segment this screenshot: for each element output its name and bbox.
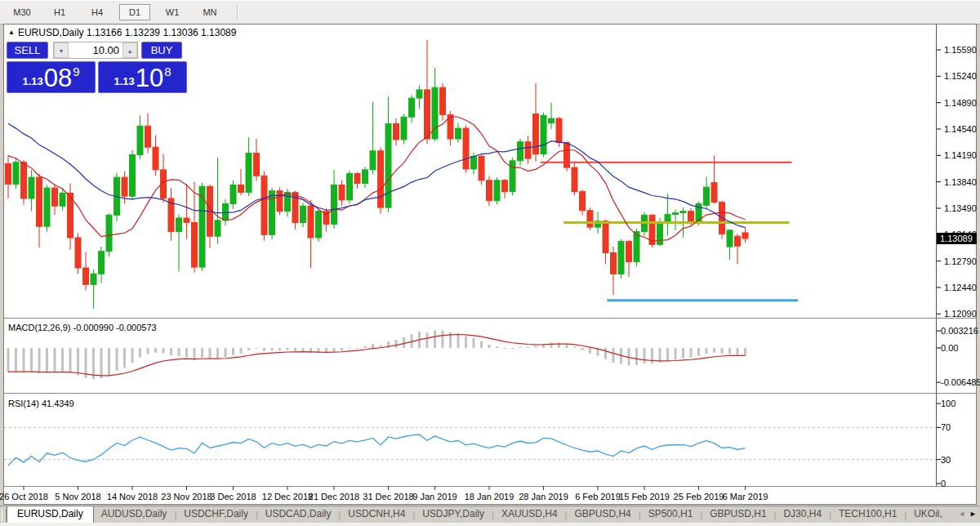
buy-price-display[interactable]: 1.13108 (98, 61, 187, 93)
candle (199, 186, 205, 267)
volume-input[interactable]: 10.00 (69, 42, 122, 58)
candle (363, 170, 368, 184)
candle (394, 124, 399, 140)
candle (603, 221, 608, 253)
buy-button[interactable]: BUY (141, 42, 182, 59)
buy-price-sup: 8 (164, 65, 171, 92)
candle (21, 163, 27, 198)
symbol-tabbar: EURUSD,DailyAUDUSD,Daily|USDCHF,Daily|US… (0, 506, 980, 526)
tab-xauusd-h4[interactable]: XAUUSD,H4 (494, 506, 565, 522)
candle (44, 188, 50, 226)
sell-button[interactable]: SELL (7, 42, 48, 59)
price-tick-label: 1.12090 (944, 309, 977, 319)
candle (332, 185, 337, 224)
tab-gbpusd-h1[interactable]: GBPUSD,H1 (702, 506, 773, 522)
candle (502, 181, 508, 192)
price-tick-label: 1.13840 (944, 177, 977, 187)
candle (285, 193, 291, 212)
price-tick-label: 1.14190 (944, 150, 977, 160)
tab-gbpusd-h4[interactable]: GBPUSD,H4 (567, 506, 638, 522)
candle (556, 118, 562, 143)
candle (52, 188, 58, 206)
tab-sp500-h1[interactable]: SP500,H1 (641, 506, 701, 522)
candle (254, 154, 260, 176)
tabbar-understrip (0, 523, 980, 526)
tabs-scroll-left-icon[interactable]: ◄ (958, 510, 965, 518)
candle (215, 221, 220, 236)
tabs-row: EURUSD,DailyAUDUSD,Daily|USDCHF,Daily|US… (7, 506, 950, 522)
candle (75, 238, 81, 268)
candle (626, 242, 632, 262)
candle (192, 223, 198, 268)
candle (549, 118, 555, 123)
candle (270, 191, 275, 235)
candle (611, 253, 617, 274)
candle (634, 232, 639, 262)
tab-dj30-h4[interactable]: DJ30,H4 (776, 506, 829, 522)
tab-usdcnh-h4[interactable]: USDCNH,H4 (341, 506, 412, 522)
current-price-tag: 1.13089 (937, 233, 977, 244)
macd-axis-label: 0.00 (941, 343, 958, 353)
tab-usdcad-daily[interactable]: USDCAD,Daily (258, 506, 339, 522)
macd-indicator-label: MACD(12,26,9) -0.000990 -0.000573 (8, 323, 157, 332)
candle (347, 174, 353, 200)
rsi-axis-label: 30 (941, 455, 951, 465)
candle (735, 236, 741, 246)
sell-price-sup: 9 (73, 65, 79, 92)
volume-increase-icon[interactable]: ▲ (122, 42, 137, 58)
mt4-window: M30 H1 H4 D1 W1 MN ▲EURUSD,Daily 1.13166… (0, 0, 980, 526)
tab-tech100-h1[interactable]: TECH100,H1 (831, 506, 904, 522)
candle (308, 206, 314, 238)
chart-symbol-label: EURUSD,Daily (18, 27, 84, 38)
sell-price-prefix: 1.13 (22, 75, 42, 92)
candle (711, 183, 717, 203)
candle (416, 90, 422, 98)
date-tick-label: 31 Dec 2018 (363, 492, 413, 501)
price-tick-label: 1.12440 (944, 283, 977, 292)
candle (471, 156, 477, 169)
tabs-scroll-right-icon[interactable]: ► (969, 510, 977, 518)
candle (230, 185, 236, 203)
candle (518, 142, 523, 161)
tab-navigation: ◄► (954, 510, 977, 518)
candle (425, 90, 430, 139)
candle (378, 151, 384, 207)
date-tick-label: 9 Jan 2019 (412, 492, 457, 501)
candle (385, 124, 391, 208)
collapse-arrow-icon[interactable]: ▲ (8, 29, 15, 36)
candle (370, 151, 376, 170)
buy-price-big: 10 (135, 65, 164, 92)
macd-axis-label: -0.006485 (941, 377, 980, 387)
candle (316, 212, 322, 238)
candle (277, 191, 283, 212)
candle (13, 163, 19, 185)
candle (580, 192, 586, 211)
date-tick-label: 23 Nov 2018 (161, 492, 212, 501)
one-click-trade-panel: SELL ▼ 10.00 ▲ BUY 1.13089 1.13108 (7, 42, 187, 93)
tab-ukoil-[interactable]: UKOil, (906, 506, 950, 522)
candle (673, 213, 679, 215)
buy-price-prefix: 1.13 (114, 75, 134, 92)
tab-audusd-daily[interactable]: AUDUSD,Daily (94, 506, 175, 522)
tab-eurusd-daily[interactable]: EURUSD,Daily (7, 506, 94, 523)
candle (510, 161, 515, 192)
price-tick-label: 1.12790 (944, 256, 977, 266)
date-tick-label: 5 Nov 2018 (55, 492, 100, 501)
sell-price-display[interactable]: 1.13089 (7, 61, 96, 93)
price-tick-label: 1.15590 (944, 45, 977, 55)
tab-usdjpy-daily[interactable]: USDJPY,Daily (415, 506, 492, 522)
candle (176, 218, 182, 232)
candle (665, 214, 670, 222)
chart-ohlc-values: 1.13166 1.13239 1.13036 1.13089 (87, 27, 237, 38)
candle (354, 174, 360, 184)
sell-price-big: 08 (43, 65, 73, 92)
date-tick-label: 26 Oct 2018 (0, 492, 48, 501)
rsi-indicator-label: RSI(14) 41.4349 (8, 399, 74, 408)
price-tick-label: 1.14540 (944, 124, 977, 134)
candle (184, 218, 189, 223)
tab-usdchf-daily[interactable]: USDCHF,Daily (176, 506, 256, 522)
candle (137, 126, 143, 154)
volume-decrease-icon[interactable]: ▼ (54, 42, 69, 58)
candle (479, 156, 484, 181)
chart-title: ▲EURUSD,Daily 1.13166 1.13239 1.13036 1.… (8, 27, 236, 38)
